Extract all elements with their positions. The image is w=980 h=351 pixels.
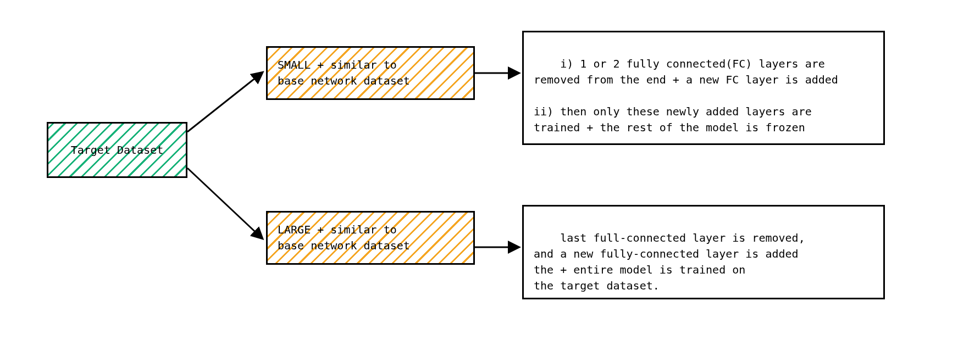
node-large-similar-label: LARGE + similar to base network dataset [278, 222, 410, 254]
node-large-result-text: last full-connected layer is removed, an… [534, 231, 805, 292]
node-small-similar: SMALL + similar to base network dataset [266, 46, 475, 100]
node-large-result: last full-connected layer is removed, an… [522, 205, 885, 299]
node-target-dataset: Target Dataset [47, 122, 187, 178]
arrow-root-to-large [187, 168, 262, 238]
node-target-dataset-label: Target Dataset [71, 142, 164, 158]
diagram-canvas: Target Dataset SMALL + similar to base n… [0, 0, 980, 351]
node-small-result-text: i) 1 or 2 fully connected(FC) layers are… [534, 57, 838, 134]
arrow-root-to-small [187, 73, 262, 132]
node-small-result: i) 1 or 2 fully connected(FC) layers are… [522, 31, 885, 145]
node-large-similar: LARGE + similar to base network dataset [266, 211, 475, 265]
node-small-similar-label: SMALL + similar to base network dataset [278, 57, 410, 89]
